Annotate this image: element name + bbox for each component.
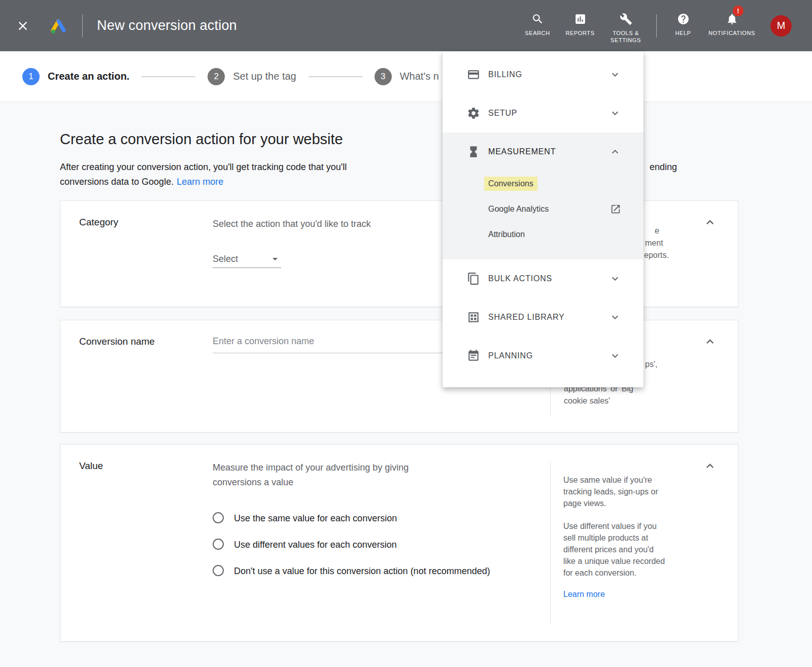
radio-unchecked-icon[interactable] bbox=[213, 565, 224, 576]
menu-item-shared-library[interactable]: SHARED LIBRARY bbox=[443, 298, 644, 337]
value-radio-group: Use the same value for each conversion U… bbox=[213, 511, 550, 578]
menu-item-attribution[interactable]: Attribution bbox=[443, 222, 644, 247]
chevron-up-icon bbox=[609, 146, 621, 158]
category-card-label: Category bbox=[60, 201, 213, 307]
help-label: HELP bbox=[675, 29, 691, 37]
menu-item-bulk-actions[interactable]: BULK ACTIONS bbox=[443, 259, 644, 298]
open-in-new-icon bbox=[610, 204, 621, 215]
chevron-down-icon bbox=[609, 69, 621, 81]
conversions-highlight: Conversions bbox=[484, 177, 537, 191]
avatar[interactable]: M bbox=[770, 15, 792, 37]
search-label: SEARCH bbox=[525, 29, 550, 37]
chevron-down-icon bbox=[609, 273, 621, 285]
value-help-panel: Use same value if you're tracking leads,… bbox=[550, 461, 738, 625]
tools-settings-button[interactable]: TOOLS & SETTINGS bbox=[601, 6, 650, 46]
collapse-chevron-icon[interactable] bbox=[702, 459, 718, 474]
reports-button[interactable]: REPORTS bbox=[559, 6, 601, 46]
category-select[interactable]: Select bbox=[213, 253, 281, 268]
intro-line1-fragment: ending bbox=[650, 160, 677, 175]
notification-badge: ! bbox=[733, 6, 743, 16]
measurement-section: MEASUREMENT Conversions Google Analytics… bbox=[443, 132, 644, 259]
step-3-circle: 3 bbox=[375, 68, 392, 85]
menu-item-planning[interactable]: PLANNING bbox=[443, 337, 644, 375]
step-1-circle: 1 bbox=[22, 68, 40, 85]
tools-settings-menu: BILLING SETUP MEASUREMENT Conversions Go… bbox=[443, 51, 644, 387]
value-card: Value Measure the impact of your adverti… bbox=[60, 444, 738, 642]
chevron-down-icon bbox=[609, 350, 621, 362]
topbar: New conversion action SEARCH REPORTS TOO… bbox=[0, 0, 812, 51]
close-icon[interactable] bbox=[15, 18, 30, 34]
side-text-fragment: ment bbox=[645, 239, 663, 248]
side-text-fragment: cookie sales' bbox=[564, 396, 610, 406]
menu-item-billing[interactable]: BILLING bbox=[443, 55, 644, 94]
intro-line1: After creating your conversion action, y… bbox=[60, 162, 347, 172]
value-description: Measure the impact of your advertising b… bbox=[213, 460, 456, 490]
step-connector bbox=[142, 76, 195, 77]
chevron-down-icon bbox=[609, 311, 621, 323]
value-learn-more-link[interactable]: Learn more bbox=[563, 590, 605, 598]
search-icon bbox=[531, 13, 544, 25]
wrench-icon bbox=[620, 13, 632, 25]
value-help-paragraph: Use different values if you sell multipl… bbox=[563, 520, 667, 579]
setup-gear-icon bbox=[467, 107, 480, 120]
reports-icon bbox=[574, 13, 587, 25]
step-2-label: Set up the tag bbox=[233, 71, 296, 82]
radio-unchecked-icon[interactable] bbox=[213, 512, 224, 523]
step-2-setup-tag[interactable]: 2 Set up the tag bbox=[208, 68, 296, 85]
category-select-value: Select bbox=[213, 254, 238, 264]
conversion-name-card-label: Conversion name bbox=[60, 320, 213, 432]
side-text-fragment: ps', bbox=[645, 360, 657, 369]
tools-settings-label: TOOLS & SETTINGS bbox=[608, 29, 644, 44]
billing-icon bbox=[467, 68, 480, 81]
help-button[interactable]: HELP bbox=[663, 6, 703, 46]
step-1-create-action[interactable]: 1 Create an action. bbox=[22, 68, 129, 85]
topbar-actions-divider bbox=[656, 14, 657, 38]
menu-item-google-analytics[interactable]: Google Analytics bbox=[443, 196, 644, 222]
notifications-button[interactable]: ! NOTIFICATIONS bbox=[703, 6, 760, 46]
stepper: 1 Create an action. 2 Set up the tag 3 W… bbox=[0, 51, 812, 102]
reports-label: REPORTS bbox=[565, 29, 594, 37]
page-title: New conversion action bbox=[97, 18, 237, 34]
collapse-chevron-icon[interactable] bbox=[702, 215, 718, 230]
library-grid-icon bbox=[467, 311, 480, 324]
intro-learn-more-link[interactable]: Learn more bbox=[177, 177, 223, 187]
planning-calendar-icon bbox=[467, 349, 480, 362]
main-content: Create a conversion action for your webs… bbox=[0, 102, 812, 667]
help-icon bbox=[677, 13, 690, 25]
copy-icon bbox=[467, 272, 480, 285]
google-ads-logo[interactable] bbox=[49, 16, 68, 36]
menu-item-measurement[interactable]: MEASUREMENT bbox=[443, 132, 644, 171]
value-help-paragraph: Use same value if you're tracking leads,… bbox=[563, 474, 667, 509]
step-2-circle: 2 bbox=[208, 68, 225, 85]
radio-unchecked-icon[interactable] bbox=[213, 539, 224, 550]
value-card-label: Value bbox=[60, 445, 213, 641]
step-3-whats-next[interactable]: 3 What's n bbox=[375, 68, 439, 85]
intro-line2: conversions data to Google. bbox=[60, 177, 174, 187]
menu-item-setup[interactable]: SETUP bbox=[443, 94, 644, 132]
dropdown-arrow-icon bbox=[269, 253, 281, 265]
step-3-label: What's n bbox=[400, 71, 439, 82]
content-heading: Create a conversion action for your webs… bbox=[60, 131, 812, 148]
notifications-label: NOTIFICATIONS bbox=[708, 29, 755, 37]
collapse-chevron-icon[interactable] bbox=[702, 335, 718, 350]
step-1-label: Create an action. bbox=[48, 71, 129, 82]
chevron-down-icon bbox=[609, 107, 621, 119]
side-text-fragment: e bbox=[655, 226, 659, 236]
side-text-fragment: eports. bbox=[644, 251, 669, 260]
radio-different-values[interactable]: Use different values for each conversion bbox=[213, 538, 550, 552]
topbar-actions: SEARCH REPORTS TOOLS & SETTINGS HELP ! N… bbox=[516, 6, 792, 46]
hourglass-icon bbox=[467, 145, 480, 158]
radio-no-value[interactable]: Don't use a value for this conversion ac… bbox=[213, 564, 550, 578]
step-connector bbox=[309, 76, 362, 77]
menu-item-conversions[interactable]: Conversions bbox=[443, 171, 644, 196]
search-button[interactable]: SEARCH bbox=[516, 6, 559, 46]
radio-same-value[interactable]: Use the same value for each conversion bbox=[213, 511, 550, 525]
topbar-divider bbox=[82, 14, 83, 38]
